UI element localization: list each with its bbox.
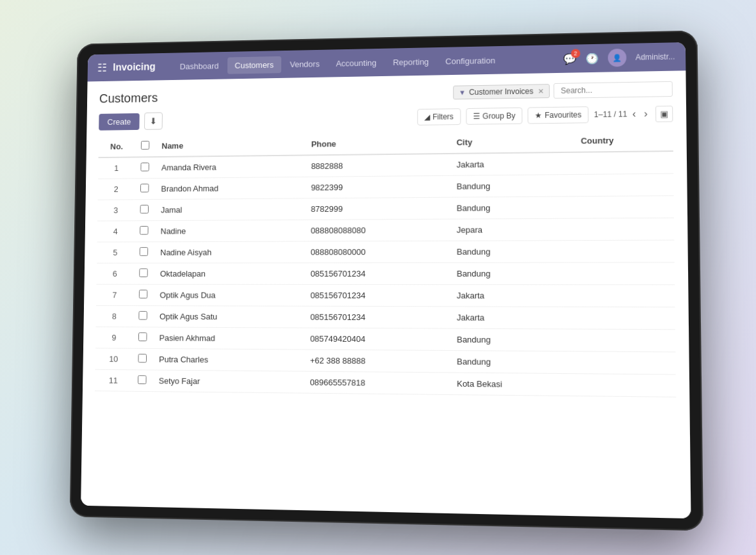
groupby-button[interactable]: ☰ Group By: [466, 107, 523, 124]
cell-no: 10: [95, 348, 132, 369]
table-row[interactable]: 4 Nadine 088808088080 Jepara: [97, 218, 674, 242]
table-row[interactable]: 8 Optik Agus Satu 085156701234 Jakarta: [95, 305, 675, 329]
table-row[interactable]: 3 Jamal 8782999 Bandung: [97, 195, 674, 220]
filters-button[interactable]: ◢ Filters: [417, 108, 461, 125]
cell-check[interactable]: [133, 220, 154, 241]
pagination-controls: 1–11 / 11 ‹ ›: [594, 106, 650, 121]
content-area: Customers ▼ Customer Invoices ✕ Create ⬇: [81, 70, 691, 519]
cell-check[interactable]: [133, 241, 154, 262]
nav-customers[interactable]: Customers: [227, 56, 281, 74]
cell-phone: 089665557818: [304, 371, 450, 394]
list-icon: ☰: [473, 111, 480, 120]
tablet-frame: ☷ Invoicing Dashboard Customers Vendors …: [70, 30, 703, 531]
cell-phone: 088808088080: [304, 219, 450, 241]
cell-country: [575, 173, 674, 197]
cell-check[interactable]: [131, 369, 152, 391]
select-all-checkbox[interactable]: [141, 141, 149, 150]
cell-no: 8: [95, 305, 133, 326]
search-area: ▼ Customer Invoices ✕: [453, 81, 673, 100]
cell-no: 2: [97, 178, 134, 199]
cell-no: 7: [96, 284, 133, 305]
search-input[interactable]: [554, 81, 673, 98]
pagination-info: 1–11 / 11: [594, 109, 627, 119]
cell-phone: +62 388 88888: [304, 350, 450, 373]
cell-country: [576, 373, 677, 397]
filter-icon: ▼: [459, 88, 466, 96]
table-row[interactable]: 11 Setyo Fajar 089665557818 Kota Bekasi: [95, 369, 676, 397]
cell-check[interactable]: [133, 305, 154, 326]
cell-no: 9: [95, 326, 133, 348]
table-row[interactable]: 5 Nadine Aisyah 088808080000 Bandung: [97, 240, 675, 263]
filter-tag-close[interactable]: ✕: [538, 86, 544, 95]
next-page-button[interactable]: ›: [641, 106, 650, 120]
row-checkbox[interactable]: [140, 183, 149, 192]
cell-phone: 8782999: [304, 197, 450, 220]
col-header-name: Name: [156, 134, 305, 157]
chat-icon-btn[interactable]: 💬 2: [563, 52, 577, 65]
nav-accounting[interactable]: Accounting: [328, 54, 384, 72]
export-button[interactable]: ⬇: [144, 112, 163, 129]
page-header: Customers ▼ Customer Invoices ✕: [99, 81, 673, 106]
nav-dashboard[interactable]: Dashboard: [172, 57, 226, 75]
customers-table: No. Name Phone City Country 1: [95, 129, 676, 397]
cell-check[interactable]: [134, 199, 155, 220]
cell-check[interactable]: [135, 157, 156, 179]
clock-icon-btn[interactable]: 🕐: [585, 52, 598, 64]
tablet-screen: ☷ Invoicing Dashboard Customers Vendors …: [81, 42, 691, 518]
row-checkbox[interactable]: [139, 268, 148, 277]
cell-name: Oktadelapan: [154, 262, 304, 284]
nav-vendors[interactable]: Vendors: [283, 54, 327, 72]
cell-phone: 9822399: [304, 175, 450, 198]
cell-city: Bandung: [450, 196, 575, 218]
grid-view-button[interactable]: ▣: [655, 105, 673, 122]
row-checkbox[interactable]: [138, 375, 147, 384]
favourites-button[interactable]: ★ Favourites: [528, 106, 589, 124]
cell-city: Bandung: [450, 262, 575, 285]
cell-check[interactable]: [134, 178, 155, 199]
toolbar-right: ◢ Filters ☰ Group By ★ Favourites 1–11 /…: [417, 105, 673, 125]
row-checkbox[interactable]: [139, 289, 148, 298]
col-header-country: Country: [574, 129, 673, 152]
cell-name: Amanda Rivera: [155, 155, 305, 178]
row-checkbox[interactable]: [140, 204, 149, 213]
row-checkbox[interactable]: [138, 353, 147, 362]
row-checkbox[interactable]: [140, 225, 149, 234]
row-checkbox[interactable]: [140, 247, 149, 256]
col-header-phone: Phone: [305, 132, 450, 155]
cell-country: [575, 218, 674, 240]
nav-reporting[interactable]: Reporting: [385, 52, 436, 70]
toolbar: Create ⬇ ◢ Filters ☰ Group By ★: [99, 104, 673, 131]
row-checkbox[interactable]: [138, 310, 147, 319]
cell-country: [575, 262, 675, 284]
cell-country: [575, 351, 675, 374]
cell-check[interactable]: [133, 263, 154, 284]
cell-phone: 8882888: [305, 153, 450, 176]
cell-city: Bandung: [450, 350, 576, 373]
table-row[interactable]: 6 Oktadelapan 085156701234 Bandung: [96, 262, 675, 284]
avatar[interactable]: 👤: [607, 48, 626, 67]
cell-city: Jakarta: [450, 306, 575, 328]
row-checkbox[interactable]: [140, 162, 149, 171]
cell-country: [575, 284, 675, 307]
nav-right: 💬 2 🕐 👤 Administr...: [563, 47, 675, 67]
cell-no: 1: [98, 157, 135, 179]
cell-check[interactable]: [132, 348, 153, 370]
row-checkbox[interactable]: [138, 332, 147, 341]
cell-check[interactable]: [132, 326, 153, 348]
star-icon: ★: [535, 111, 542, 120]
cell-name: Putra Charles: [152, 348, 304, 371]
create-button[interactable]: Create: [99, 113, 140, 130]
admin-label: Administr...: [636, 52, 675, 61]
cell-no: 3: [97, 199, 134, 220]
cell-check[interactable]: [133, 284, 154, 305]
cell-name: Optik Agus Satu: [153, 305, 304, 327]
cell-no: 6: [96, 263, 133, 284]
table-body: 1 Amanda Rivera 8882888 Jakarta 2 Brando…: [95, 151, 676, 397]
nav-configuration[interactable]: Configuration: [438, 51, 503, 70]
prev-page-button[interactable]: ‹: [630, 106, 639, 120]
table-row[interactable]: 9 Pasien Akhmad 085749420404 Bandung: [95, 326, 675, 351]
cell-name: Nadine Aisyah: [154, 241, 304, 263]
table-row[interactable]: 7 Optik Agus Dua 085156701234 Jakarta: [96, 284, 675, 307]
cell-phone: 088808080000: [304, 241, 450, 262]
export-icon: ⬇: [150, 116, 158, 126]
